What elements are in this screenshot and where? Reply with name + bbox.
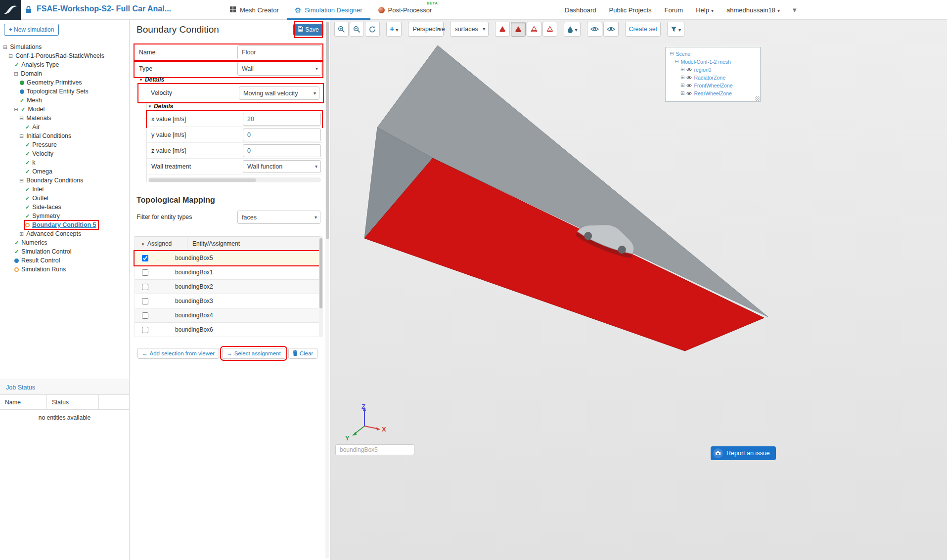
scene-node-root[interactable]: Scene bbox=[669, 50, 757, 58]
tree-item-label[interactable]: Topological Entity Sets bbox=[27, 88, 89, 95]
assignment-row-boundingbox2[interactable]: boundingBox2 bbox=[135, 280, 322, 294]
tree-item-analysis-type[interactable]: Analysis Type bbox=[0, 60, 129, 69]
expand-icon[interactable] bbox=[19, 231, 24, 237]
chevron-down-icon[interactable] bbox=[793, 5, 797, 14]
expand-icon[interactable] bbox=[680, 67, 684, 72]
inner-details-toggle[interactable]: Details bbox=[148, 103, 322, 110]
reset-view-button[interactable] bbox=[365, 22, 380, 37]
collapse-icon[interactable] bbox=[19, 178, 24, 183]
assignment-checkbox[interactable] bbox=[142, 255, 148, 261]
assignment-checkbox[interactable] bbox=[142, 284, 148, 290]
tree-item-label[interactable]: Pressure bbox=[32, 141, 57, 148]
tree-item-simulation-runs[interactable]: Simulation Runs bbox=[0, 265, 129, 274]
nav-help-menu[interactable]: Help bbox=[696, 6, 714, 14]
assignment-row-boundingbox4[interactable]: boundingBox4 bbox=[135, 308, 322, 323]
tree-item-result-control[interactable]: Result Control bbox=[0, 256, 129, 265]
tree-item-label[interactable]: Velocity bbox=[32, 150, 53, 157]
y-value-m-s-input[interactable] bbox=[243, 129, 321, 141]
tree-item-label[interactable]: k bbox=[32, 159, 35, 166]
name-input[interactable] bbox=[237, 45, 321, 59]
tree-item-label[interactable]: Materials bbox=[26, 115, 51, 122]
tree-item-label[interactable]: Simulation Runs bbox=[21, 266, 66, 273]
panel-scrollbar[interactable] bbox=[325, 21, 329, 559]
collapse-icon[interactable] bbox=[670, 51, 674, 56]
tree-item-label[interactable]: Simulations bbox=[10, 43, 42, 50]
tree-item-label[interactable]: Boundary Conditions bbox=[26, 177, 83, 184]
tree-item-boundary-conditions[interactable]: Boundary Conditions bbox=[0, 176, 129, 185]
velocity-select[interactable]: Moving wall velocity bbox=[239, 86, 319, 100]
resize-handle-icon[interactable] bbox=[755, 96, 760, 101]
select-assignment-button[interactable]: Select assignment bbox=[222, 348, 285, 359]
tree-item-label[interactable]: Conf-1-PorousRad-StaticWheels bbox=[15, 52, 104, 59]
tree-item-label[interactable]: Air bbox=[32, 124, 40, 130]
wall-treatment-select[interactable]: Wall function bbox=[243, 160, 321, 173]
tree-item-symmetry[interactable]: Symmetry bbox=[0, 212, 129, 220]
x-value-m-s-input[interactable] bbox=[243, 113, 321, 126]
tree-item-label[interactable]: Advanced Concepts bbox=[26, 230, 81, 237]
tree-item-label[interactable]: Inlet bbox=[32, 186, 44, 193]
table-scrollbar[interactable] bbox=[319, 236, 323, 337]
expand-icon[interactable] bbox=[680, 91, 684, 96]
cone-base-button[interactable] bbox=[542, 22, 557, 37]
assignment-checkbox[interactable] bbox=[142, 312, 148, 319]
tree-item-simulations[interactable]: Simulations bbox=[0, 43, 129, 51]
tree-item-label[interactable]: Mesh bbox=[27, 97, 42, 104]
collapse-icon[interactable] bbox=[3, 44, 7, 50]
save-button[interactable]: Save bbox=[293, 24, 323, 36]
tree-item-conf-1-porousrad-staticwheels[interactable]: Conf-1-PorousRad-StaticWheels bbox=[0, 51, 129, 60]
collapse-icon[interactable] bbox=[19, 116, 24, 121]
tree-item-label[interactable]: Initial Conditions bbox=[26, 132, 71, 139]
tree-item-label[interactable]: Boundary Condition 5 bbox=[32, 221, 96, 228]
scrollbar-thumb[interactable] bbox=[326, 22, 329, 239]
expand-icon[interactable] bbox=[680, 75, 684, 80]
collapse-icon[interactable] bbox=[19, 133, 24, 139]
render-mode-select[interactable]: surfaces bbox=[450, 22, 489, 37]
type-select[interactable]: Wall bbox=[237, 62, 321, 76]
tab-post-processor[interactable]: Post-Processor BETA bbox=[370, 0, 440, 20]
scene-node-radiatorzone[interactable]: RadiatorZone bbox=[669, 74, 757, 82]
assignment-row-boundingbox3[interactable]: boundingBox3 bbox=[135, 294, 322, 308]
add-geometry-primitive-button[interactable] bbox=[386, 22, 402, 37]
tree-item-omega[interactable]: Omega bbox=[0, 167, 129, 176]
tree-item-label[interactable]: Result Control bbox=[21, 257, 60, 264]
tree-item-label[interactable]: Numerics bbox=[21, 239, 47, 246]
tree-item-outlet[interactable]: Outlet bbox=[0, 194, 129, 203]
assignment-row-boundingbox5[interactable]: boundingBox5 bbox=[135, 251, 322, 265]
eye-icon[interactable] bbox=[686, 67, 692, 73]
collapse-icon[interactable] bbox=[14, 107, 18, 112]
assigned-column-header[interactable]: Assigned bbox=[135, 237, 187, 251]
tree-item-label[interactable]: Simulation Control bbox=[21, 248, 71, 255]
tree-item-pressure[interactable]: Pressure bbox=[0, 140, 129, 149]
new-simulation-button[interactable]: New simulation bbox=[4, 24, 59, 36]
tree-item-label[interactable]: Model bbox=[28, 106, 45, 113]
cone-solid-active-button[interactable] bbox=[511, 22, 526, 37]
scrollbar-thumb[interactable] bbox=[149, 178, 256, 182]
collapse-icon[interactable] bbox=[8, 53, 13, 59]
clear-button[interactable]: Clear bbox=[288, 348, 317, 359]
scrollbar-thumb[interactable] bbox=[319, 238, 322, 308]
nav-dashboard[interactable]: Dashboard bbox=[565, 6, 596, 14]
tree-item-label[interactable]: Symmetry bbox=[32, 213, 60, 219]
show-selection-button[interactable] bbox=[603, 22, 619, 37]
details-section-toggle[interactable]: Details bbox=[139, 76, 164, 83]
assignment-checkbox[interactable] bbox=[142, 327, 148, 333]
create-set-button[interactable]: Create set bbox=[625, 22, 661, 37]
tree-item-label[interactable]: Omega bbox=[32, 168, 52, 175]
tree-item-inlet[interactable]: Inlet bbox=[0, 185, 129, 194]
selection-input[interactable] bbox=[335, 444, 414, 455]
tree-item-materials[interactable]: Materials bbox=[0, 114, 129, 123]
assignment-checkbox[interactable] bbox=[142, 298, 148, 304]
eye-icon[interactable] bbox=[686, 83, 692, 88]
nav-public-projects[interactable]: Public Projects bbox=[609, 6, 652, 14]
eye-icon[interactable] bbox=[686, 90, 692, 96]
collapse-icon[interactable] bbox=[675, 59, 678, 64]
tree-item-initial-conditions[interactable]: Initial Conditions bbox=[0, 131, 129, 140]
tree-item-label[interactable]: Side-faces bbox=[32, 204, 61, 211]
zoom-out-button[interactable] bbox=[350, 22, 364, 37]
filter-button[interactable] bbox=[667, 22, 684, 37]
scene-node-rearwheelzone[interactable]: RearWheelZone bbox=[669, 89, 757, 97]
expand-icon[interactable] bbox=[680, 83, 684, 88]
scene-node-model[interactable]: Model-Conf-1-2 mesh bbox=[669, 58, 757, 66]
tree-item-domain[interactable]: Domain bbox=[0, 69, 129, 78]
add-selection-from-viewer-button[interactable]: Add selection from viewer bbox=[137, 348, 219, 359]
